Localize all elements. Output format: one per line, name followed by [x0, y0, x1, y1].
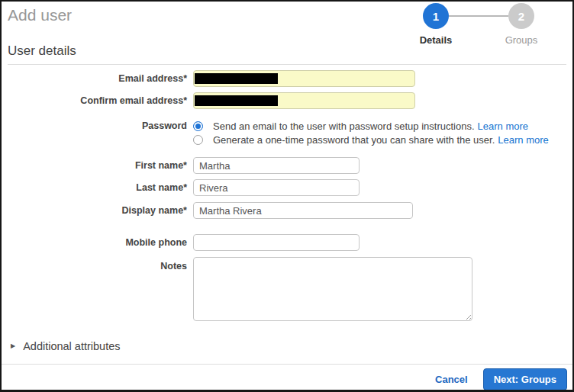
- notes-textarea[interactable]: [193, 257, 472, 321]
- step-indicator: 1 Details 2 Groups: [410, 3, 547, 46]
- password-row: Password Send an email to the user with …: [2, 119, 572, 146]
- footer: Cancel Next: Groups: [2, 365, 572, 392]
- additional-attributes-toggle[interactable]: ▶ Additional attributes: [11, 339, 572, 353]
- display-name-row: Display name*: [2, 202, 572, 219]
- password-option-email-setup[interactable]: Send an email to the user with password …: [193, 119, 549, 133]
- step-groups[interactable]: 2 Groups: [495, 3, 547, 46]
- step-connector-line: [449, 15, 508, 17]
- learn-more-link-1[interactable]: Learn more: [478, 120, 528, 132]
- step-2-circle: 2: [508, 3, 534, 29]
- learn-more-link-2[interactable]: Learn more: [498, 134, 548, 146]
- chevron-right-icon: ▶: [11, 343, 15, 349]
- password-options: Send an email to the user with password …: [193, 119, 549, 146]
- radio-unselected-icon[interactable]: [193, 135, 203, 145]
- mobile-phone-label: Mobile phone: [2, 237, 193, 248]
- password-option-2-text: Generate a one-time password that you ca…: [213, 134, 549, 146]
- password-option-one-time[interactable]: Generate a one-time password that you ca…: [193, 133, 549, 146]
- display-name-label: Display name*: [2, 205, 193, 216]
- cancel-button[interactable]: Cancel: [435, 374, 468, 385]
- last-name-row: Last name*: [2, 179, 572, 196]
- radio-selected-icon[interactable]: [193, 121, 203, 131]
- notes-label: Notes: [2, 257, 193, 272]
- password-label: Password: [2, 119, 193, 131]
- mobile-phone-row: Mobile phone: [2, 234, 572, 251]
- first-name-input[interactable]: [193, 157, 360, 174]
- step-2-number: 2: [518, 10, 524, 23]
- password-option-1-text: Send an email to the user with password …: [213, 120, 528, 132]
- redaction-overlay: [195, 73, 278, 84]
- add-user-page: Add user 1 Details 2 Groups User details…: [2, 6, 572, 392]
- step-1-circle: 1: [423, 3, 449, 29]
- confirm-email-row: Confirm email address*: [2, 92, 572, 109]
- mobile-phone-input[interactable]: [193, 234, 360, 251]
- first-name-row: First name*: [2, 157, 572, 174]
- step-details[interactable]: 1 Details: [410, 3, 462, 46]
- step-1-label: Details: [420, 34, 453, 46]
- confirm-email-label: Confirm email address*: [2, 95, 193, 106]
- email-label: Email address*: [2, 73, 193, 84]
- display-name-input[interactable]: [193, 202, 413, 219]
- user-details-form: Email address* Confirm email address* Pa…: [2, 65, 572, 321]
- additional-attributes-label: Additional attributes: [23, 340, 120, 352]
- notes-field-wrap: [193, 257, 472, 321]
- email-row: Email address*: [2, 70, 572, 87]
- notes-row: Notes: [2, 257, 572, 321]
- confirm-email-field-wrap: [193, 92, 415, 109]
- redaction-overlay: [195, 95, 278, 106]
- last-name-label: Last name*: [2, 182, 193, 193]
- first-name-label: First name*: [2, 160, 193, 171]
- step-1-number: 1: [433, 10, 439, 23]
- next-groups-button[interactable]: Next: Groups: [483, 368, 567, 390]
- step-2-label: Groups: [505, 34, 538, 46]
- email-field-wrap: [193, 70, 415, 87]
- section-title: User details: [8, 43, 572, 59]
- last-name-input[interactable]: [193, 179, 360, 196]
